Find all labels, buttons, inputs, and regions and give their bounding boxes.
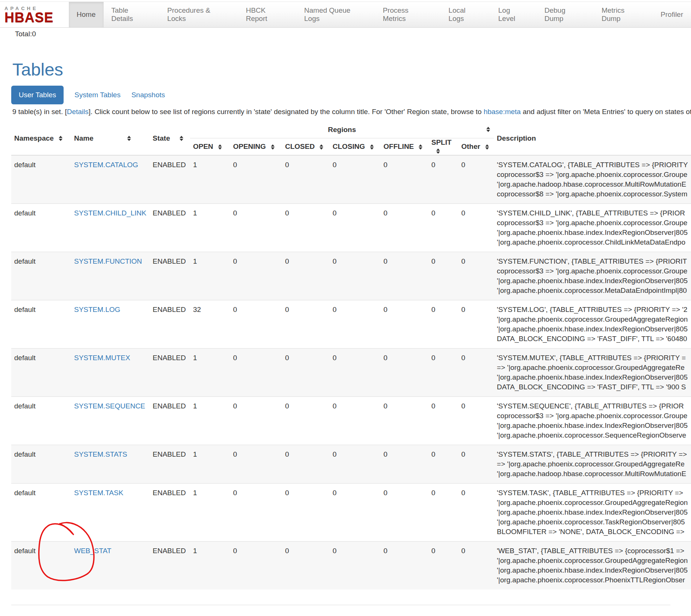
col-header-regions-group[interactable]: Regions: [190, 122, 494, 138]
region-count-closed[interactable]: 0: [285, 547, 289, 555]
region-count-closing[interactable]: 0: [333, 450, 337, 458]
region-count-other[interactable]: 0: [461, 547, 465, 555]
region-count-closed[interactable]: 0: [285, 489, 289, 497]
region-count-open[interactable]: 1: [193, 489, 197, 497]
region-count-other[interactable]: 0: [461, 161, 465, 169]
region-count-closed[interactable]: 0: [285, 257, 289, 265]
sort-icon[interactable]: [485, 144, 489, 150]
region-count-open[interactable]: 32: [193, 306, 201, 313]
nav-item-home[interactable]: Home: [69, 2, 104, 27]
nav-item-named-queue-logs[interactable]: Named Queue Logs: [296, 2, 375, 27]
region-count-split[interactable]: 0: [431, 161, 435, 169]
region-count-opening[interactable]: 0: [233, 489, 237, 497]
region-count-split[interactable]: 0: [431, 547, 435, 555]
tab-snapshots[interactable]: Snapshots: [131, 86, 165, 104]
region-count-open[interactable]: 1: [193, 402, 197, 410]
hbase-meta-link[interactable]: hbase:meta: [484, 108, 521, 116]
col-header-offline[interactable]: OFFLINE: [380, 138, 428, 155]
region-count-other[interactable]: 0: [461, 306, 465, 313]
sort-icon[interactable]: [486, 127, 490, 132]
region-count-other[interactable]: 0: [461, 402, 465, 410]
nav-item-profiler[interactable]: Profiler: [653, 2, 691, 27]
col-header-opening[interactable]: OPENING: [230, 138, 282, 155]
region-count-other[interactable]: 0: [461, 354, 465, 362]
region-count-opening[interactable]: 0: [233, 209, 237, 217]
sort-icon[interactable]: [436, 148, 440, 154]
col-header-closed[interactable]: CLOSED: [282, 138, 330, 155]
col-header-split[interactable]: SPLIT: [428, 138, 458, 155]
region-count-closed[interactable]: 0: [285, 354, 289, 362]
table-link-system.task[interactable]: SYSTEM.TASK: [74, 489, 123, 497]
region-count-open[interactable]: 1: [193, 161, 197, 169]
table-link-web_stat[interactable]: WEB_STAT: [74, 547, 111, 555]
table-link-system.mutex[interactable]: SYSTEM.MUTEX: [74, 354, 130, 362]
region-count-closed[interactable]: 0: [285, 209, 289, 217]
region-count-closed[interactable]: 0: [285, 306, 289, 313]
col-header-state[interactable]: State: [150, 122, 190, 155]
sort-icon[interactable]: [319, 144, 323, 150]
region-count-closing[interactable]: 0: [333, 354, 337, 362]
region-count-opening[interactable]: 0: [233, 257, 237, 265]
nav-item-local-logs[interactable]: Local Logs: [441, 2, 490, 27]
region-count-closing[interactable]: 0: [333, 547, 337, 555]
sort-icon[interactable]: [419, 144, 422, 150]
region-count-other[interactable]: 0: [461, 257, 465, 265]
region-count-closing[interactable]: 0: [333, 209, 337, 217]
region-count-offline[interactable]: 0: [383, 489, 388, 497]
region-count-opening[interactable]: 0: [233, 354, 237, 362]
region-count-opening[interactable]: 0: [233, 547, 237, 555]
col-header-name[interactable]: Name: [71, 122, 150, 155]
region-count-split[interactable]: 0: [431, 354, 435, 362]
table-link-system.log[interactable]: SYSTEM.LOG: [74, 306, 120, 313]
nav-item-hbck-report[interactable]: HBCK Report: [238, 2, 296, 27]
region-count-offline[interactable]: 0: [383, 547, 388, 555]
details-link[interactable]: Details: [67, 108, 89, 116]
region-count-offline[interactable]: 0: [383, 402, 388, 410]
col-header-closing[interactable]: CLOSING: [330, 138, 380, 155]
region-count-split[interactable]: 0: [431, 402, 435, 410]
region-count-open[interactable]: 1: [193, 209, 197, 217]
tab-system-tables[interactable]: System Tables: [74, 86, 120, 104]
region-count-other[interactable]: 0: [461, 450, 465, 458]
region-count-offline[interactable]: 0: [383, 450, 388, 458]
region-count-split[interactable]: 0: [431, 306, 435, 313]
col-header-open[interactable]: OPEN: [190, 138, 230, 155]
region-count-closing[interactable]: 0: [333, 257, 337, 265]
col-header-other[interactable]: Other: [458, 138, 494, 155]
region-count-opening[interactable]: 0: [233, 450, 237, 458]
region-count-closing[interactable]: 0: [333, 489, 337, 497]
region-count-closed[interactable]: 0: [285, 161, 289, 169]
region-count-closing[interactable]: 0: [333, 402, 337, 410]
region-count-closed[interactable]: 0: [285, 450, 289, 458]
region-count-split[interactable]: 0: [431, 257, 435, 265]
nav-item-table-details[interactable]: Table Details: [104, 2, 160, 27]
table-link-system.sequence[interactable]: SYSTEM.SEQUENCE: [74, 402, 145, 410]
sort-icon[interactable]: [218, 144, 222, 150]
region-count-other[interactable]: 0: [461, 209, 465, 217]
col-header-namespace[interactable]: Namespace: [11, 122, 71, 155]
sort-icon[interactable]: [271, 144, 275, 150]
nav-item-procedures-locks[interactable]: Procedures & Locks: [159, 2, 238, 27]
region-count-split[interactable]: 0: [431, 489, 435, 497]
region-count-offline[interactable]: 0: [383, 306, 388, 313]
sort-icon[interactable]: [370, 144, 374, 150]
region-count-offline[interactable]: 0: [383, 209, 388, 217]
hbase-logo[interactable]: APACHE HBASE: [0, 2, 69, 27]
region-count-open[interactable]: 1: [193, 547, 197, 555]
region-count-opening[interactable]: 0: [233, 402, 237, 410]
table-link-system.child_link[interactable]: SYSTEM.CHILD_LINK: [74, 209, 146, 217]
table-link-system.function[interactable]: SYSTEM.FUNCTION: [74, 257, 142, 265]
nav-item-metrics-dump[interactable]: Metrics Dump: [594, 2, 653, 27]
region-count-closing[interactable]: 0: [333, 161, 337, 169]
region-count-split[interactable]: 0: [431, 450, 435, 458]
region-count-open[interactable]: 1: [193, 354, 197, 362]
region-count-offline[interactable]: 0: [383, 354, 388, 362]
sort-icon[interactable]: [180, 136, 183, 141]
table-link-system.stats[interactable]: SYSTEM.STATS: [74, 450, 127, 458]
region-count-offline[interactable]: 0: [383, 161, 388, 169]
region-count-open[interactable]: 1: [193, 257, 197, 265]
table-link-system.catalog[interactable]: SYSTEM.CATALOG: [74, 161, 138, 169]
region-count-open[interactable]: 1: [193, 450, 197, 458]
region-count-offline[interactable]: 0: [383, 257, 388, 265]
nav-item-log-level[interactable]: Log Level: [490, 2, 536, 27]
